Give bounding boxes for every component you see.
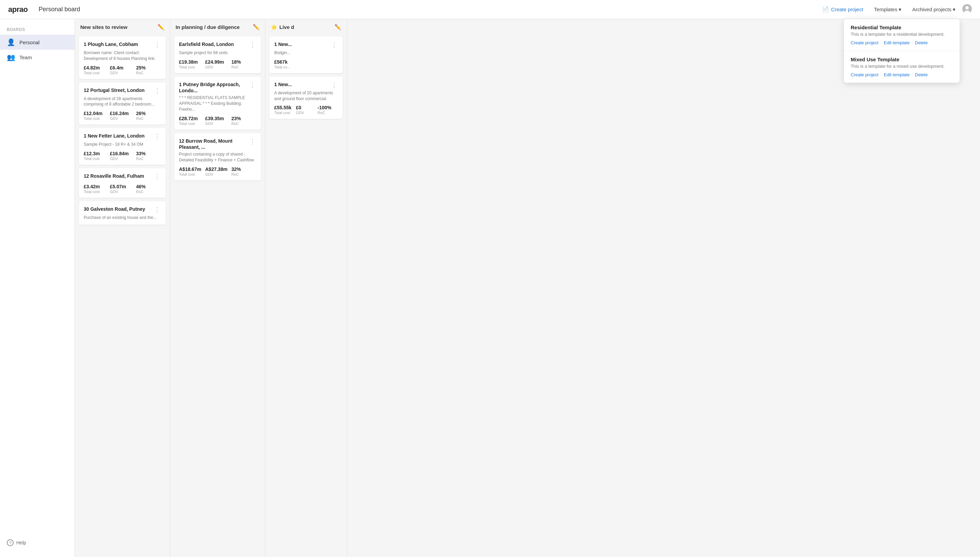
card-menu-button[interactable]: ⋮ bbox=[249, 81, 256, 89]
card-menu-button[interactable]: ⋮ bbox=[154, 41, 161, 49]
column-title: New sites to review bbox=[80, 24, 127, 30]
project-card[interactable]: 30 Galveston Road, Putney⋮Purchase of an… bbox=[79, 201, 166, 225]
stat-value: -100% bbox=[318, 105, 338, 110]
template-create-project[interactable]: Create project bbox=[851, 72, 879, 77]
stat-label: Total cost bbox=[179, 65, 204, 69]
card-title: 12 Rosaville Road, Fulham bbox=[84, 173, 154, 179]
project-card[interactable]: 1 Plough Lane, Cobham⋮Borrower name: Cli… bbox=[79, 36, 166, 79]
stat-item: £39.35mGDV bbox=[205, 116, 230, 125]
project-card[interactable]: 1 Putney Bridge Approach, Londo...⋮* * *… bbox=[174, 77, 261, 130]
stat-label: Total cost bbox=[84, 190, 109, 194]
project-card[interactable]: 1 New...⋮A development of 20 apartments … bbox=[269, 77, 343, 119]
card-stats: £28.72mTotal cost£39.35mGDV23%RoC bbox=[179, 116, 256, 125]
column-cards: 1 New...⋮Bridgin...£567kTotal co...1 New… bbox=[265, 34, 347, 122]
column-cards: Earlsfield Road, London⋮Sample project f… bbox=[170, 34, 265, 183]
template-name: Residential Template bbox=[851, 24, 953, 30]
template-create-project[interactable]: Create project bbox=[851, 40, 879, 45]
card-stats: £4.82mTotal cost£6.4mGDV25%RoC bbox=[84, 65, 161, 75]
card-menu-button[interactable]: ⋮ bbox=[330, 41, 338, 49]
card-title: 1 New... bbox=[274, 41, 330, 47]
stat-label: RoC bbox=[231, 122, 256, 125]
card-menu-button[interactable]: ⋮ bbox=[154, 87, 161, 94]
stat-label: RoC bbox=[231, 65, 256, 69]
stat-label: RoC bbox=[136, 116, 161, 121]
stat-value: 18% bbox=[231, 59, 256, 65]
template-delete[interactable]: Delete bbox=[915, 40, 928, 45]
archived-projects-button[interactable]: Archived projects ▾ bbox=[908, 5, 960, 15]
project-card[interactable]: 12 Portugal Street, London⋮A development… bbox=[79, 82, 166, 125]
stat-label: GDV bbox=[296, 111, 316, 115]
template-edit[interactable]: Edit template bbox=[884, 72, 910, 77]
column-live: ⭐Live d✏️1 New...⋮Bridgin...£567kTotal c… bbox=[265, 19, 347, 557]
project-card[interactable]: Earlsfield Road, London⋮Sample project f… bbox=[174, 36, 261, 73]
stat-label: RoC bbox=[231, 172, 256, 176]
card-menu-button[interactable]: ⋮ bbox=[330, 81, 338, 89]
stat-label: RoC bbox=[136, 71, 161, 75]
stat-value: £55.55k bbox=[274, 105, 295, 110]
board-area: New sites to review✏️1 Plough Lane, Cobh… bbox=[75, 19, 980, 557]
stat-item: £567kTotal co... bbox=[274, 59, 295, 69]
stat-item: 32%RoC bbox=[231, 166, 256, 176]
sidebar-item-personal[interactable]: 👤 Personal bbox=[0, 35, 75, 50]
card-menu-button[interactable]: ⋮ bbox=[154, 173, 161, 181]
template-delete[interactable]: Delete bbox=[915, 72, 928, 77]
project-card[interactable]: 1 New Fetter Lane, London⋮Sample Project… bbox=[79, 128, 166, 165]
columns-container: New sites to review✏️1 Plough Lane, Cobh… bbox=[75, 19, 980, 557]
column-header: New sites to review✏️ bbox=[75, 19, 170, 34]
stat-value: 33% bbox=[136, 151, 161, 156]
stat-label: Total cost bbox=[84, 156, 109, 161]
card-stats: £55.55kTotal cost£0GDV-100%RoC bbox=[274, 105, 338, 115]
stat-item: £5.07mGDV bbox=[110, 184, 135, 194]
stat-item: £16.24mGDV bbox=[110, 111, 135, 121]
card-menu-button[interactable]: ⋮ bbox=[249, 41, 256, 49]
card-description: * * * RESIDENTIAL FLATS SAMPLE APPRAISAL… bbox=[179, 95, 256, 112]
stat-value: £12.04m bbox=[84, 111, 109, 116]
template-edit[interactable]: Edit template bbox=[884, 40, 910, 45]
top-nav: aprao Personal board 📄 Create project Te… bbox=[0, 0, 980, 19]
project-card[interactable]: 12 Burrow Road, Mount Pleasant, ...⋮Proj… bbox=[174, 133, 261, 181]
stat-value: A$18.67m bbox=[179, 166, 204, 172]
help-button[interactable]: ? Help bbox=[7, 539, 26, 546]
person-icon: 👤 bbox=[7, 38, 15, 46]
templates-dropdown: Residential Template This is a template … bbox=[844, 19, 960, 83]
stat-item bbox=[296, 59, 316, 69]
templates-button[interactable]: Templates ▾ bbox=[870, 5, 905, 15]
create-project-button[interactable]: 📄 Create project bbox=[818, 4, 867, 15]
edit-column-icon[interactable]: ✏️ bbox=[253, 24, 260, 30]
sidebar-item-label: Team bbox=[19, 54, 32, 60]
card-stats: £567kTotal co... bbox=[274, 59, 338, 69]
team-icon: 👥 bbox=[7, 53, 15, 61]
chevron-down-icon: ▾ bbox=[953, 7, 956, 13]
card-menu-button[interactable]: ⋮ bbox=[154, 206, 161, 213]
stat-item: 46%RoC bbox=[136, 184, 161, 194]
stat-value: £3.42m bbox=[84, 184, 109, 189]
sidebar-bottom: ? Help bbox=[0, 534, 75, 552]
app-logo: aprao bbox=[8, 5, 28, 14]
stat-item: £28.72mTotal cost bbox=[179, 116, 204, 125]
card-description: Sample project for 68 units bbox=[179, 50, 256, 56]
column-planning: In planning / due diligence✏️Earlsfield … bbox=[170, 19, 265, 557]
stat-value: £4.82m bbox=[84, 65, 109, 70]
card-stats: £12.3mTotal cost£16.84mGDV33%RoC bbox=[84, 151, 161, 161]
sidebar-item-team[interactable]: 👥 Team bbox=[0, 50, 75, 65]
user-avatar-button[interactable] bbox=[962, 4, 972, 15]
stat-label: GDV bbox=[110, 156, 135, 161]
stat-value: 23% bbox=[231, 116, 256, 121]
stat-label: GDV bbox=[110, 190, 135, 194]
project-card[interactable]: 1 New...⋮Bridgin...£567kTotal co... bbox=[269, 36, 343, 73]
app-body: Boards 👤 Personal 👥 Team ? Help New site… bbox=[0, 19, 980, 557]
card-menu-button[interactable]: ⋮ bbox=[154, 133, 161, 140]
column-header: In planning / due diligence✏️ bbox=[170, 19, 265, 34]
help-icon: ? bbox=[7, 539, 14, 546]
stat-value: £39.35m bbox=[205, 116, 230, 121]
column-cards: 1 Plough Lane, Cobham⋮Borrower name: Cli… bbox=[75, 34, 170, 228]
card-description: Purchase of an existing house and the... bbox=[84, 215, 161, 221]
stat-item: 26%RoC bbox=[136, 111, 161, 121]
stat-item: A$18.67mTotal cost bbox=[179, 166, 204, 176]
project-card[interactable]: 12 Rosaville Road, Fulham⋮£3.42mTotal co… bbox=[79, 168, 166, 198]
stat-item: £6.4mGDV bbox=[110, 65, 135, 75]
edit-column-icon[interactable]: ✏️ bbox=[157, 24, 164, 30]
edit-column-icon[interactable]: ✏️ bbox=[334, 24, 341, 30]
card-menu-button[interactable]: ⋮ bbox=[249, 138, 256, 145]
card-description: Project containing a copy of shared - De… bbox=[179, 151, 256, 163]
